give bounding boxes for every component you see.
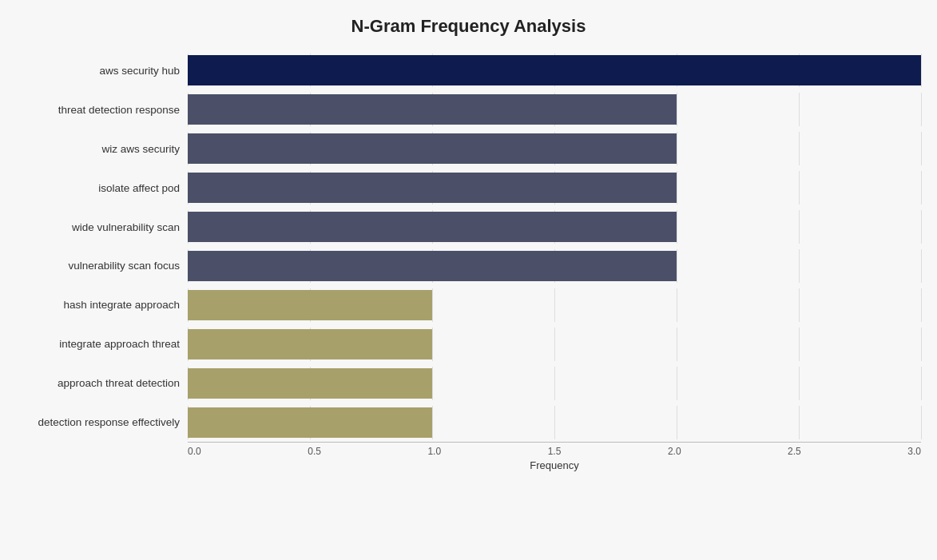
bar-track [188,328,921,361]
grid-line [799,93,800,126]
grid-line [799,367,800,400]
bar-fill [188,94,677,125]
bar-row: isolate affect pod [0,169,921,208]
bar-row: hash integrate approach [0,285,921,324]
bar-label: threat detection response [0,104,188,116]
bar-fill [188,329,432,359]
bar-fill [188,368,432,399]
bar-label: hash integrate approach [0,299,188,311]
bar-row: detection response effectively [0,403,921,442]
grid-line [554,406,555,439]
grid-line [554,328,555,361]
grid-line [799,171,800,205]
grid-line [799,249,800,283]
bar-fill [188,173,677,203]
grid-line [921,132,922,165]
bar-track [188,406,921,439]
bar-label: detection response effectively [0,416,188,428]
grid-line [554,367,555,400]
grid-line [432,367,433,400]
grid-line [677,210,677,244]
grid-line [432,288,433,322]
grid-line [799,132,800,165]
axis-tick-4: 2.0 [668,446,681,457]
bar-track [188,249,921,283]
grid-line [799,406,800,439]
axis-tick-0: 0.0 [188,446,201,457]
bar-row: vulnerability scan focus [0,247,921,286]
bar-fill [188,55,921,85]
grid-line [799,328,800,361]
bar-label: approach threat detection [0,377,188,389]
grid-line [677,406,677,439]
grid-line [677,288,677,322]
grid-line [677,132,677,165]
bar-fill [188,407,432,438]
grid-line [921,249,922,283]
grid-line [677,328,677,361]
bar-track [188,210,921,244]
grid-line [921,171,922,205]
bar-label: isolate affect pod [0,182,188,194]
bar-label: wiz aws security [0,143,188,155]
bar-row: wide vulnerability scan [0,208,921,247]
bar-track [188,367,921,400]
axis-label: Frequency [188,459,921,471]
chart-title: N-Gram Frequency Analysis [0,16,937,37]
grid-line [554,288,555,322]
grid-line [921,210,922,244]
bar-track [188,54,921,87]
bar-fill [188,133,677,164]
grid-line [677,367,677,400]
bar-label: vulnerability scan focus [0,260,188,272]
grid-line [432,406,433,439]
axis-tick-3: 1.5 [548,446,562,457]
grid-line [921,367,922,400]
bar-track [188,171,921,205]
grid-line [677,171,677,205]
grid-line [432,328,433,361]
bar-row: threat detection response [0,90,921,129]
bar-label: wide vulnerability scan [0,221,188,233]
chart-container: N-Gram Frequency Analysis aws security h… [0,0,937,560]
grid-line [799,288,800,322]
grid-line [677,249,677,283]
grid-line [799,210,800,244]
grid-line [921,54,922,87]
bar-track [188,93,921,126]
axis-tick-1: 0.5 [308,446,321,457]
axis-tick-2: 1.0 [427,446,441,457]
grid-line [921,406,922,439]
bar-track [188,288,921,322]
bar-label: integrate approach threat [0,338,188,350]
bar-fill [188,212,677,242]
bar-track [188,132,921,165]
bar-row: aws security hub [0,51,921,90]
axis-tick-6: 3.0 [907,446,921,457]
bar-fill [188,290,432,320]
bar-row: approach threat detection [0,363,921,403]
bar-label: aws security hub [0,65,188,77]
bar-row: wiz aws security [0,129,921,169]
bar-row: integrate approach threat [0,324,921,363]
grid-line [921,328,922,361]
grid-line [921,288,922,322]
bar-fill [188,251,677,281]
grid-line [677,93,677,126]
grid-line [921,93,922,126]
axis-tick-5: 2.5 [788,446,801,457]
